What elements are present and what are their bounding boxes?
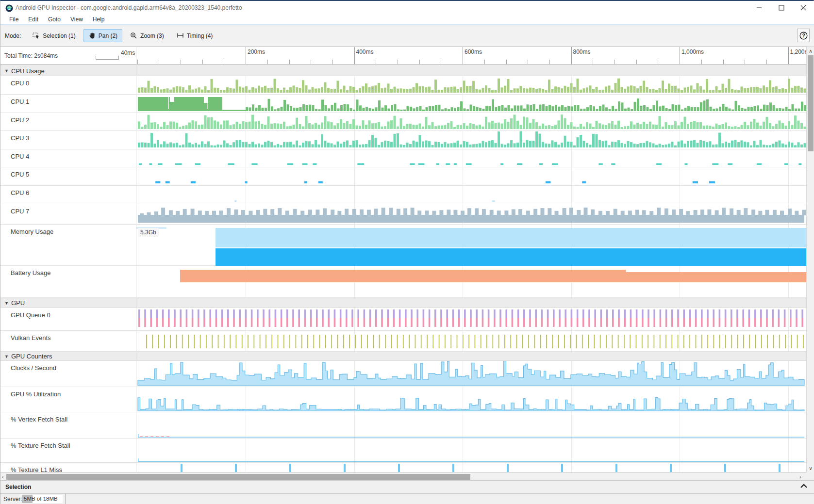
chevron-up-icon[interactable]: ∧	[809, 47, 813, 55]
track-chart-gpu-utilization[interactable]	[136, 387, 806, 412]
menu-item-goto[interactable]: Goto	[43, 16, 66, 23]
track-row-vulkan-events: Vulkan Events	[0, 331, 806, 352]
close-icon	[800, 5, 807, 11]
track-chart-cpu-5[interactable]	[136, 167, 806, 186]
toolbar: Mode: Selection (1)Pan (2)Zoom (3)Timing…	[0, 25, 814, 47]
track-row-cpu-1: CPU 1	[0, 95, 806, 113]
track-chart-clocks-second[interactable]	[136, 361, 806, 387]
track-label: CPU 2	[11, 116, 29, 124]
track-row-cpu-4: CPU 4	[0, 149, 806, 167]
menu-item-view[interactable]: View	[66, 16, 88, 23]
chevron-right-icon[interactable]: ›	[799, 473, 801, 481]
collapse-triangle-icon[interactable]: ▼	[4, 68, 11, 73]
ruler-minor-tick	[289, 60, 290, 64]
section-header-cpu-usage[interactable]: ▼CPU Usage	[0, 65, 806, 76]
mode-button-label: Timing (4)	[187, 33, 213, 39]
track-label: Vulkan Events	[11, 334, 51, 341]
track-label: GPU % Utilization	[11, 390, 61, 398]
ruler-minor-tick	[137, 60, 138, 64]
selection-panel-title: Selection	[5, 484, 31, 490]
track-label: % Vertex Fetch Stall	[11, 416, 67, 423]
track-row-gpu-utilization: GPU % Utilization	[0, 387, 806, 412]
maximize-icon	[778, 5, 785, 11]
track-chart-cpu-0[interactable]	[136, 76, 806, 95]
ruler-major-tick	[571, 47, 572, 65]
horizontal-scrollbar-thumb[interactable]	[6, 474, 470, 480]
ruler-minor-tick	[549, 60, 550, 64]
track-chart-cpu-4[interactable]	[136, 149, 806, 167]
window-title: Android GPU Inspector - com.google.andro…	[16, 4, 242, 11]
chevron-left-icon[interactable]: ‹	[2, 473, 4, 481]
track-chart-texture-l1-miss[interactable]	[136, 463, 806, 472]
chevron-down-icon[interactable]: ∨	[809, 464, 813, 472]
vertical-scrollbar-thumb[interactable]	[808, 55, 814, 151]
maximize-button[interactable]	[774, 1, 789, 15]
track-label: Battery Usage	[11, 269, 50, 276]
ruler-minor-tick	[159, 60, 159, 64]
menu-item-help[interactable]: Help	[88, 16, 110, 23]
mode-button-zoom[interactable]: Zoom (3)	[125, 29, 169, 42]
vertical-scrollbar[interactable]: ∧ ∨	[806, 47, 814, 472]
ruler-tick-label: 800ms	[573, 49, 591, 55]
mode-button-label: Pan (2)	[99, 33, 117, 39]
section-header-gpu[interactable]: ▼GPU	[0, 298, 806, 308]
chevron-up-icon[interactable]	[800, 483, 808, 489]
track-chart-cpu-7[interactable]	[136, 204, 806, 225]
help-icon: ?	[799, 32, 808, 40]
track-row-texture-l1-miss: % Texture L1 Miss	[0, 463, 806, 472]
track-chart-memory-usage[interactable]	[136, 225, 806, 266]
close-button[interactable]	[796, 1, 811, 15]
menu-item-edit[interactable]: Edit	[23, 16, 43, 23]
track-chart-cpu-2[interactable]	[136, 113, 806, 131]
server-memory-progress: 5MB of 18MB	[22, 495, 63, 503]
track-chart-vulkan-events[interactable]	[136, 331, 806, 352]
selection-panel-header[interactable]: Selection	[0, 480, 814, 494]
ruler-minor-tick	[528, 60, 528, 64]
track-chart-cpu-1[interactable]	[136, 95, 806, 113]
track-label: CPU 7	[11, 208, 29, 215]
ruler-major-tick	[246, 47, 246, 65]
track-row-texture-fetch-stall: % Texture Fetch Stall	[0, 439, 806, 463]
scale-label: 40ms	[121, 49, 135, 56]
track-chart-vertex-fetch-stall[interactable]	[136, 412, 806, 439]
track-row-clocks-second: Clocks / Second	[0, 361, 806, 387]
ruler-major-tick	[680, 47, 680, 65]
server-label: Server:	[3, 496, 22, 503]
ruler-major-tick	[463, 47, 463, 65]
ruler-minor-tick	[745, 60, 745, 64]
label-column-border	[136, 47, 136, 472]
horizontal-scrollbar[interactable]: ‹ ›	[0, 472, 806, 480]
ruler-minor-tick	[615, 60, 615, 64]
ruler-minor-tick	[332, 60, 333, 64]
mode-button-timing[interactable]: Timing (4)	[172, 29, 218, 42]
track-chart-gpu-queue-0[interactable]	[136, 308, 806, 331]
status-bar: Server: 5MB of 18MB	[0, 494, 814, 504]
ruler-minor-tick	[202, 60, 203, 64]
collapse-triangle-icon[interactable]: ▼	[4, 301, 11, 306]
track-chart-battery-usage[interactable]	[136, 266, 806, 298]
ruler-major-tick	[788, 47, 789, 65]
track-row-cpu-6: CPU 6	[0, 186, 806, 204]
section-header-gpu-counters[interactable]: ▼GPU Counters	[0, 352, 806, 361]
track-chart-cpu-3[interactable]	[136, 131, 806, 149]
mode-button-label: Selection (1)	[43, 33, 75, 39]
track-label: CPU 4	[11, 153, 29, 160]
menu-bar: FileEditGotoViewHelp	[0, 15, 814, 24]
minimize-button[interactable]	[751, 1, 767, 15]
mode-button-pan[interactable]: Pan (2)	[83, 29, 122, 42]
ruler-minor-tick	[484, 60, 485, 64]
collapse-triangle-icon[interactable]: ▼	[4, 354, 11, 359]
ruler-tick-label: 400ms	[356, 49, 374, 55]
scrollbar-corner	[806, 472, 814, 480]
track-chart-texture-fetch-stall[interactable]	[136, 439, 806, 463]
track-row-battery-usage: Battery Usage	[0, 266, 806, 298]
help-button[interactable]: ?	[797, 29, 810, 42]
track-row-gpu-queue-0: GPU Queue 0	[0, 308, 806, 331]
status-bar-splitter[interactable]	[65, 494, 66, 504]
track-label: CPU 1	[11, 98, 29, 105]
track-label: CPU 3	[11, 134, 29, 142]
mode-button-selection[interactable]: Selection (1)	[28, 29, 80, 42]
track-chart-cpu-6[interactable]	[136, 186, 806, 204]
menu-item-file[interactable]: File	[4, 16, 23, 23]
timeline-ruler[interactable]: Total Time: 2s084ms 40ms 200ms400ms600ms…	[0, 47, 806, 65]
